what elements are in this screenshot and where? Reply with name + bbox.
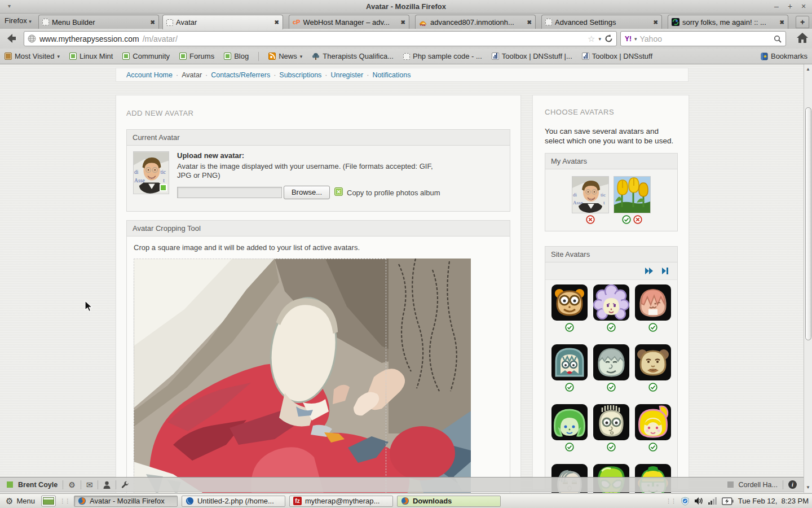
site-avatar-lavender-afro[interactable] (593, 284, 629, 339)
crop-selection-marquee[interactable] (134, 259, 386, 493)
tab-close-icon[interactable]: ✖ (654, 19, 658, 25)
bookmark-forums[interactable]: Forums (179, 52, 214, 60)
tab-bar: Firefox ▾ Menu Builder ✖ Avatar ✖ cP Web… (0, 14, 812, 29)
scrollbar-thumb[interactable] (805, 107, 811, 340)
bookmark-toolbox-2[interactable]: Toolbox | DNSstuff (582, 52, 652, 60)
sidebar-title: CHOOSE AVATARS (545, 108, 614, 116)
url-dropdown-icon[interactable]: ▾ (598, 36, 601, 42)
bookmark-star-icon[interactable]: ☆ (588, 34, 595, 44)
home-button[interactable] (796, 32, 809, 43)
bookmark-community[interactable]: Community (122, 52, 170, 60)
site-avatar-teal-bob-woman[interactable] (551, 344, 588, 398)
nav-unregister[interactable]: Unregister (331, 71, 364, 79)
firefox-icon (78, 497, 86, 505)
tab-advanced-settings[interactable]: Advanced Settings ✖ (541, 15, 662, 29)
tab-close-icon[interactable]: ✖ (275, 19, 279, 25)
menu-button[interactable]: ⚙Menu (3, 496, 37, 506)
site-avatars-header: Site Avatars (545, 247, 677, 262)
nav-contacts-referrers[interactable]: Contacts/Referrers (211, 71, 270, 79)
filezilla-icon: fz (293, 497, 302, 505)
tulips-avatar[interactable] (614, 177, 650, 213)
tab-close-icon[interactable]: ✖ (151, 19, 155, 25)
file-input[interactable] (177, 187, 282, 198)
scroll-up-icon[interactable]: ▲ (806, 67, 810, 72)
svg-text:tic: tic (160, 169, 166, 175)
tools-wrench-icon[interactable] (121, 481, 129, 489)
site-avatar-green-hair-girl[interactable] (551, 404, 588, 458)
copy-checkbox-icon[interactable]: ✕ (334, 187, 343, 196)
bookmark-php-sample[interactable]: Php sample code - ... (403, 52, 482, 60)
page-scrollbar[interactable]: ▲ ▼ (804, 64, 812, 493)
taskbar-clock[interactable]: Tue Feb 12, 8:23 PM (738, 497, 809, 505)
search-input[interactable] (640, 34, 771, 43)
site-footer-bar: Brent Coyle ⚙ ✉ Cordell Ha... i (0, 477, 804, 492)
reload-icon[interactable] (604, 34, 613, 43)
delete-avatar-icon[interactable] (586, 215, 595, 224)
url-bar[interactable]: www.mytherapysession.com/m/avatar/ ☆ ▾ (24, 31, 617, 46)
site-avatar-gray-hair-man[interactable] (593, 344, 629, 398)
tab-phpmyadmin[interactable]: PMA advanced807.inmotionh... ✖ (415, 15, 536, 29)
tab-avatar[interactable]: Avatar ✖ (162, 15, 283, 29)
current-avatar-header: Current Avatar (127, 130, 510, 146)
next-page-icon[interactable] (644, 267, 654, 275)
url-path: /m/avatar/ (143, 34, 178, 43)
site-avatar-blonde-ponytail-girl[interactable] (635, 404, 671, 458)
linux-mint-icon (69, 52, 77, 60)
nav-account-home[interactable]: Account Home (126, 71, 173, 79)
bookmark-toolbox-1[interactable]: Toolbox | DNSstuff |... (492, 52, 572, 60)
footer-right-user[interactable]: Cordell Ha... (739, 481, 778, 489)
update-shield-icon[interactable] (681, 497, 690, 506)
nav-avatar-current: Avatar (182, 71, 202, 79)
cropping-tool-box: Avatar Cropping Tool Crop a square image… (126, 220, 510, 493)
maximize-button[interactable]: + (784, 2, 796, 11)
volume-icon[interactable] (694, 497, 704, 505)
tab-sorry-folks[interactable]: sorry folks, me again! :: ... ✖ (668, 15, 788, 29)
tab-menu-builder[interactable]: Menu Builder ✖ (38, 15, 159, 29)
taskbar-window-downloads[interactable]: Downloads (397, 496, 501, 507)
network-signal-icon[interactable] (708, 497, 717, 505)
search-bar[interactable]: Y! ▾ (620, 31, 786, 46)
page-viewport: Account Home · Avatar · Contacts/Referre… (0, 64, 804, 493)
site-avatar-pink-hair-boy[interactable] (635, 284, 671, 339)
taskbar-window-firefox[interactable]: Avatar - Mozilla Firefox (74, 496, 178, 507)
scroll-down-icon[interactable]: ▼ (806, 485, 810, 490)
taskbar-window-filezilla[interactable]: fz mytherap@mytherap... (289, 496, 393, 507)
search-engine-dropdown-icon[interactable]: ▾ (634, 36, 637, 42)
new-tab-button[interactable]: + (796, 16, 809, 28)
battery-icon[interactable] (722, 497, 734, 505)
footer-username[interactable]: Brent Coyle (18, 481, 58, 489)
bookmark-blog[interactable]: Blog (224, 52, 249, 60)
show-desktop-button[interactable] (41, 496, 56, 506)
nav-notifications[interactable]: Notifications (372, 71, 411, 79)
tab-webhost-manager[interactable]: cP WebHost Manager – adv... ✖ (289, 15, 409, 29)
site-avatar-bearded-man[interactable] (635, 344, 671, 398)
bookmark-therapists[interactable]: Therapists Qualifica... (312, 52, 394, 60)
minimize-button[interactable]: – (770, 2, 783, 11)
profile-person-icon[interactable] (103, 481, 111, 489)
last-page-icon[interactable] (661, 267, 669, 275)
delete-avatar-icon[interactable] (633, 215, 642, 224)
bookmarks-menu-button[interactable]: Bookmarks (761, 52, 807, 60)
bookmark-linux-mint[interactable]: Linux Mint (69, 52, 113, 60)
tab-close-icon[interactable]: ✖ (527, 19, 532, 25)
info-icon[interactable]: i (788, 480, 797, 489)
bookmark-most-visited[interactable]: Most Visited ▾ (5, 52, 60, 60)
tab-close-icon[interactable]: ✖ (780, 19, 784, 25)
browse-button[interactable]: Browse... (284, 186, 330, 199)
nav-subscriptions[interactable]: Subscriptions (279, 71, 321, 79)
select-avatar-icon[interactable] (622, 215, 631, 224)
site-avatar-spiky-glasses-boy[interactable] (593, 404, 629, 458)
back-button[interactable] (5, 32, 18, 45)
bookmark-news[interactable]: News ▾ (268, 52, 302, 60)
messages-envelope-icon[interactable]: ✉ (86, 480, 93, 489)
tab-close-icon[interactable]: ✖ (401, 19, 405, 25)
taskbar-window-editor[interactable]: Untitled-2.php (/home... (182, 496, 285, 507)
firefox-menu-button[interactable]: Firefox ▾ (5, 16, 32, 25)
portrait-avatar[interactable]: di tic Asse t (572, 177, 608, 213)
site-avatar-oldman-glasses[interactable] (551, 284, 588, 339)
search-icon[interactable] (774, 35, 782, 43)
settings-gear-icon[interactable]: ⚙ (68, 480, 76, 489)
close-button[interactable]: × (797, 2, 810, 11)
svg-text:di: di (573, 192, 577, 198)
bookmarks-icon (761, 52, 768, 60)
